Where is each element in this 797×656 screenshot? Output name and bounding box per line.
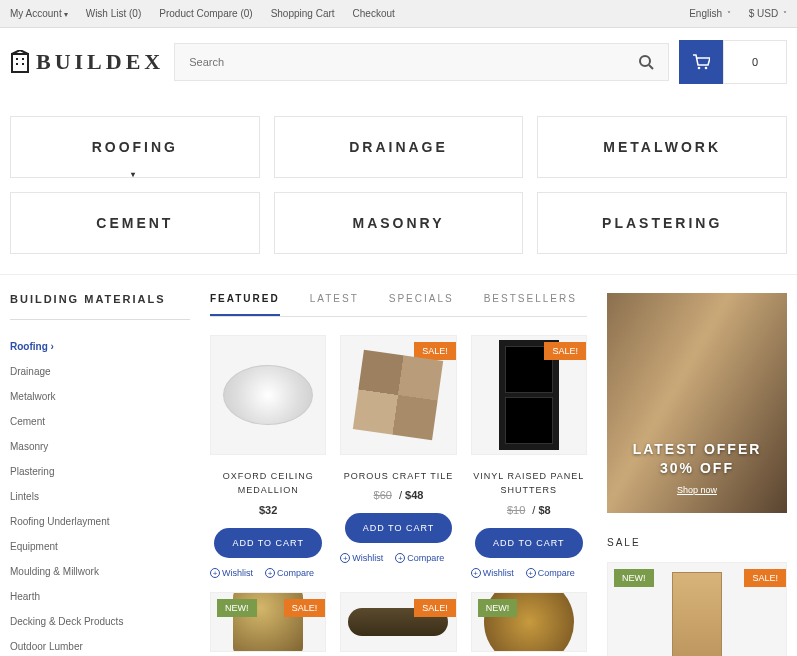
caret-down-icon: ˅ <box>783 10 787 19</box>
product-card: SALE! VINYL RAISED PANEL SHUTTERS $10 / … <box>471 335 587 578</box>
tab-bestsellers[interactable]: BESTSELLERS <box>484 293 577 316</box>
product-price: $8 <box>538 504 550 516</box>
currency-label: $ USD <box>749 8 778 19</box>
sidebar-item[interactable]: Plastering <box>10 459 190 484</box>
wishlist-label: Wishlist <box>483 568 514 578</box>
plus-circle-icon: + <box>395 553 405 563</box>
product-name[interactable]: POROUS CRAFT TILE <box>340 469 456 483</box>
compare-action[interactable]: +Compare <box>526 568 575 578</box>
sidebar-title: BUILDING MATERIALS <box>10 293 190 320</box>
product-image[interactable]: NEW! <box>471 592 587 652</box>
cart-count[interactable]: 0 <box>723 40 787 84</box>
add-to-cart-button[interactable]: ADD TO CART <box>475 528 583 558</box>
sidebar-item[interactable]: Drainage <box>10 359 190 384</box>
add-to-cart-button[interactable]: ADD TO CART <box>345 513 453 543</box>
tab-specials[interactable]: SPECIALS <box>389 293 454 316</box>
search-wrap <box>174 43 669 81</box>
sidebar-item[interactable]: Equipment <box>10 534 190 559</box>
sidebar-item[interactable]: Roofing Underlayment <box>10 509 190 534</box>
product-card: SALE! <box>340 592 456 652</box>
new-badge: NEW! <box>217 599 257 617</box>
sidebar-item[interactable]: Masonry <box>10 434 190 459</box>
checkout-link[interactable]: Checkout <box>353 8 395 19</box>
svg-rect-1 <box>16 58 18 60</box>
svg-point-8 <box>705 67 708 70</box>
cat-plastering[interactable]: PLASTERING <box>537 192 787 254</box>
product-image[interactable]: SALE! <box>471 335 587 455</box>
plus-circle-icon: + <box>340 553 350 563</box>
product-name[interactable]: VINYL RAISED PANEL SHUTTERS <box>471 469 587 498</box>
cat-metalwork[interactable]: METALWORK <box>537 116 787 178</box>
search-button[interactable] <box>624 44 668 80</box>
wishlist-label: Wishlist <box>352 553 383 563</box>
wishlist-link[interactable]: Wish List (0) <box>86 8 142 19</box>
my-account-label: My Account <box>10 8 62 19</box>
product-price: $32 <box>259 504 277 516</box>
sale-badge: SALE! <box>544 342 586 360</box>
cart-icon <box>692 54 710 70</box>
compare-link[interactable]: Product Compare (0) <box>159 8 252 19</box>
medallion-graphic <box>223 365 313 425</box>
product-name[interactable]: OXFORD CEILING MEDALLION <box>210 469 326 498</box>
product-image[interactable]: SALE! <box>340 592 456 652</box>
sale-badge: SALE! <box>744 569 786 587</box>
offer-line2: 30% OFF <box>660 459 734 479</box>
brand-text: BUILDEX <box>36 49 164 75</box>
caret-down-icon: ˅ <box>727 10 731 19</box>
cat-drainage[interactable]: DRAINAGE <box>274 116 524 178</box>
compare-label: Compare <box>407 553 444 563</box>
search-input[interactable] <box>175 44 624 80</box>
currency-select[interactable]: $ USD ˅ <box>749 8 787 19</box>
sidebar-item[interactable]: Decking & Deck Products <box>10 609 190 634</box>
product-card: NEW! <box>471 592 587 652</box>
caret-down-icon: ▾ <box>64 10 68 19</box>
compare-action[interactable]: +Compare <box>265 568 314 578</box>
cat-masonry[interactable]: MASONRY <box>274 192 524 254</box>
brand-logo[interactable]: BUILDEX <box>10 49 164 75</box>
sidebar-item[interactable]: Outdoor Lumber <box>10 634 190 656</box>
cart-button[interactable] <box>679 40 723 84</box>
wishlist-label: Wishlist <box>222 568 253 578</box>
cart-link[interactable]: Shopping Cart <box>271 8 335 19</box>
tab-latest[interactable]: LATEST <box>310 293 359 316</box>
sale-badge: SALE! <box>414 599 456 617</box>
sale-product-card[interactable]: NEW! SALE! <box>607 562 787 656</box>
svg-rect-4 <box>22 63 24 65</box>
offer-banner[interactable]: LATEST OFFER 30% OFF Shop now <box>607 293 787 513</box>
compare-action[interactable]: +Compare <box>395 553 444 563</box>
lang-label: English <box>689 8 722 19</box>
sidebar-item[interactable]: Moulding & Millwork <box>10 559 190 584</box>
compare-label: Compare <box>538 568 575 578</box>
svg-rect-2 <box>22 58 24 60</box>
product-card: OXFORD CEILING MEDALLION $32 ADD TO CART… <box>210 335 326 578</box>
sidebar-item[interactable]: Roofing <box>10 334 190 359</box>
add-to-cart-button[interactable]: ADD TO CART <box>214 528 322 558</box>
wishlist-action[interactable]: +Wishlist <box>210 568 253 578</box>
sidebar-item[interactable]: Cement <box>10 409 190 434</box>
svg-point-5 <box>640 56 650 66</box>
shop-now-link[interactable]: Shop now <box>677 485 717 495</box>
tile-graphic <box>353 350 443 440</box>
my-account-link[interactable]: My Account▾ <box>10 8 68 19</box>
product-image[interactable]: NEW! SALE! <box>210 592 326 652</box>
svg-point-7 <box>698 67 701 70</box>
product-image[interactable] <box>210 335 326 455</box>
plus-circle-icon: + <box>526 568 536 578</box>
offer-line1: LATEST OFFER <box>633 440 762 460</box>
mini-cart: 0 <box>679 40 787 84</box>
wishlist-action[interactable]: +Wishlist <box>471 568 514 578</box>
sidebar-item[interactable]: Lintels <box>10 484 190 509</box>
sidebar-item[interactable]: Hearth <box>10 584 190 609</box>
product-image[interactable]: SALE! <box>340 335 456 455</box>
cat-cement[interactable]: CEMENT <box>10 192 260 254</box>
wishlist-action[interactable]: +Wishlist <box>340 553 383 563</box>
lang-select[interactable]: English ˅ <box>689 8 731 19</box>
old-price: $60 <box>374 489 392 501</box>
cat-roofing[interactable]: ROOFING <box>10 116 260 178</box>
tab-featured[interactable]: FEATURED <box>210 293 280 316</box>
product-card: NEW! SALE! <box>210 592 326 652</box>
sidebar-item[interactable]: Metalwork <box>10 384 190 409</box>
sale-section-title: SALE <box>607 537 787 548</box>
old-price: $10 <box>507 504 525 516</box>
new-badge: NEW! <box>478 599 518 617</box>
